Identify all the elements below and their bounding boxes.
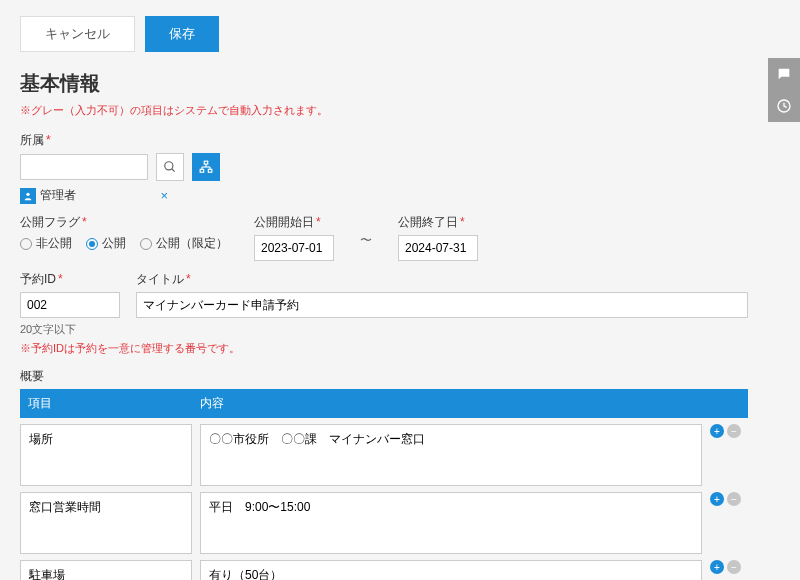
- radio-public[interactable]: 公開: [86, 235, 126, 252]
- reserve-id-note: ※予約IDは予約を一意に管理する番号です。: [20, 341, 748, 356]
- end-date-input[interactable]: [398, 235, 478, 261]
- start-date-input[interactable]: [254, 235, 334, 261]
- overview-content-input[interactable]: 平日 9:00〜15:00: [200, 492, 702, 554]
- overview-row: 駐車場 有り（50台） + −: [20, 560, 748, 580]
- affiliation-label: 所属*: [20, 132, 748, 149]
- svg-rect-3: [200, 169, 204, 172]
- start-date-label: 公開開始日*: [254, 214, 334, 231]
- org-tree-icon[interactable]: [192, 153, 220, 181]
- overview-row: 窓口営業時間 平日 9:00〜15:00 + −: [20, 492, 748, 554]
- delete-row-icon[interactable]: −: [727, 560, 741, 574]
- svg-rect-2: [204, 161, 208, 164]
- title-input[interactable]: [136, 292, 748, 318]
- cancel-button[interactable]: キャンセル: [20, 16, 135, 52]
- affiliation-chip: 管理者 ×: [20, 187, 168, 204]
- search-icon[interactable]: [156, 153, 184, 181]
- reserve-id-help: 20文字以下: [20, 322, 120, 337]
- overview-row: 場所 〇〇市役所 〇〇課 マイナンバー窓口 + −: [20, 424, 748, 486]
- user-icon: [20, 188, 36, 204]
- end-date-label: 公開終了日*: [398, 214, 478, 231]
- save-button[interactable]: 保存: [145, 16, 219, 52]
- publish-flag-label: 公開フラグ*: [20, 214, 228, 231]
- system-auto-note: ※グレー（入力不可）の項目はシステムで自動入力されます。: [20, 103, 748, 118]
- overview-content-input[interactable]: 〇〇市役所 〇〇課 マイナンバー窓口: [200, 424, 702, 486]
- svg-line-1: [172, 169, 175, 172]
- svg-rect-4: [208, 169, 212, 172]
- add-row-icon[interactable]: +: [710, 492, 724, 506]
- date-range-separator: 〜: [360, 233, 372, 247]
- svg-point-9: [26, 192, 29, 195]
- page-title: 基本情報: [20, 70, 748, 97]
- delete-row-icon[interactable]: −: [727, 492, 741, 506]
- overview-label: 概要: [20, 368, 748, 385]
- chat-icon[interactable]: [768, 58, 800, 90]
- reserve-id-input[interactable]: [20, 292, 120, 318]
- reserve-id-label: 予約ID*: [20, 271, 120, 288]
- radio-private[interactable]: 非公開: [20, 235, 72, 252]
- history-icon[interactable]: [768, 90, 800, 122]
- affiliation-chip-label: 管理者: [40, 187, 76, 204]
- overview-item-input[interactable]: 場所: [20, 424, 192, 486]
- radio-limited[interactable]: 公開（限定）: [140, 235, 228, 252]
- affiliation-input[interactable]: [20, 154, 148, 180]
- add-row-icon[interactable]: +: [710, 560, 724, 574]
- close-icon[interactable]: ×: [160, 188, 168, 203]
- svg-point-0: [165, 162, 173, 170]
- overview-table-header: 項目 内容: [20, 389, 748, 418]
- title-label: タイトル*: [136, 271, 748, 288]
- side-tabs: [768, 58, 800, 122]
- overview-item-input[interactable]: 駐車場: [20, 560, 192, 580]
- add-row-icon[interactable]: +: [710, 424, 724, 438]
- overview-item-input[interactable]: 窓口営業時間: [20, 492, 192, 554]
- delete-row-icon[interactable]: −: [727, 424, 741, 438]
- overview-content-input[interactable]: 有り（50台）: [200, 560, 702, 580]
